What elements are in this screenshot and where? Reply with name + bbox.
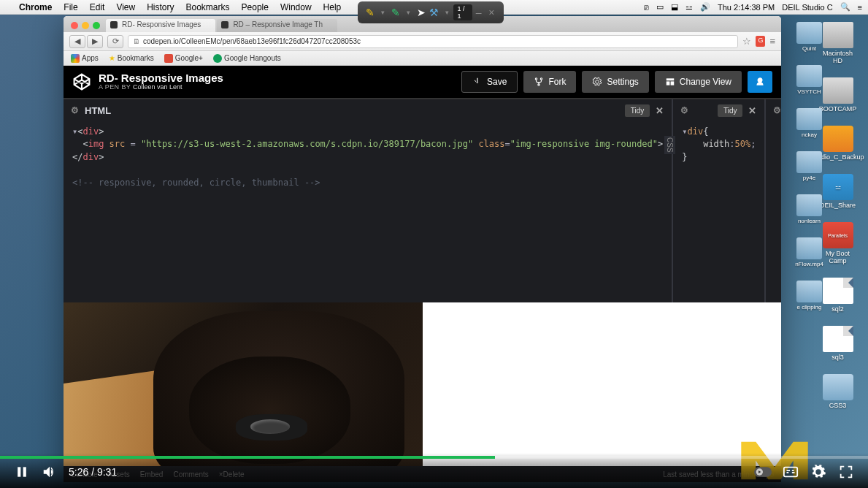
menubar-user[interactable]: DEIL Studio C [782,3,832,12]
browser-tab[interactable]: RD – Responsive Image Th [217,19,337,32]
menubar-volume-icon[interactable]: 🔊 [700,2,710,12]
close-icon[interactable]: ✕ [654,105,664,116]
pen-title: RD- Responsive Images [99,72,223,85]
css-code[interactable]: ▾div{ width:50%; } [673,121,764,302]
browser-tab-active[interactable]: RD- Responsive Images [106,19,215,32]
extension-icon[interactable]: G [756,36,765,47]
video-progress-bar[interactable] [0,456,868,459]
codepen-header: RD- Responsive Images A PEN BY Colleen v… [64,66,781,98]
chevron-down-icon[interactable]: ▾ [441,5,454,20]
bookmark-bar: Apps ★Bookmarks Google+ Google Hangouts [64,51,781,66]
minimize-icon[interactable]: – [472,5,485,20]
pen-byline: A PEN BY Colleen van Lent [99,84,223,91]
desktop-file[interactable]: e clipping [793,281,826,310]
chevron-down-icon[interactable]: ▾ [402,5,415,20]
forward-button[interactable]: ▶ [87,35,103,48]
chrome-window: RD- Responsive Images RD – Responsive Im… [64,16,781,482]
cursor-icon[interactable]: ➤ [415,5,429,20]
tidy-button[interactable]: Tidy [625,104,650,117]
pen-green-icon[interactable]: ✎ [389,5,402,20]
editor-panes: ⚙ HTML Tidy ✕ ▾<div> <img src = "https:/… [64,98,781,302]
captions-button[interactable] [782,463,799,481]
svg-rect-2 [670,81,674,85]
settings-button[interactable]: Settings [582,71,648,93]
js-code[interactable] [766,121,781,302]
chevron-down-icon[interactable]: ▾ [377,5,390,20]
back-button[interactable]: ◀ [69,35,85,48]
bookmark-apps[interactable]: Apps [71,54,99,63]
gear-icon[interactable]: ⚙ [71,105,79,115]
menu-edit[interactable]: Edit [84,2,111,12]
pen-yellow-icon[interactable]: ✎ [364,5,377,20]
tidy-button[interactable]: Tidy [718,104,743,117]
url-field[interactable]: 🗎 codepen.io/ColleenEMc/pen/68aeb13e96f1… [128,35,738,48]
browser-urlbar: ◀ ▶ ⟳ 🗎 codepen.io/ColleenEMc/pen/68aeb1… [64,32,781,51]
star-icon[interactable]: ☆ [742,36,751,47]
pane-label-html: HTML [85,105,625,116]
page-badge: 1 / 1 [453,4,472,20]
annotation-toolbar[interactable]: ✎ ▾ ✎ ▾ ➤ ⚒ ▾ 1 / 1 – × [358,1,504,23]
reload-button[interactable]: ⟳ [107,35,123,48]
video-time: 5:26 / 9:31 [69,466,117,478]
menu-help[interactable]: Help [318,2,347,12]
pen-author[interactable]: Colleen van Lent [133,83,183,91]
menu-view[interactable]: View [110,2,141,12]
desktop-folder-css3[interactable]: CSS3 [818,374,858,409]
close-icon[interactable]: × [485,5,498,20]
fullscreen-button[interactable] [837,463,855,481]
menu-file[interactable]: File [58,2,83,12]
video-settings-button[interactable] [810,463,827,481]
bookmark-item[interactable]: Google Hangouts [213,54,281,63]
menubar-dropbox-icon[interactable]: ⬓ [671,2,678,12]
progress-fill [0,456,495,459]
desktop-folder[interactable]: VSYTCH [793,65,826,95]
desktop-icons-left-peek: Quint VSYTCH nckay py4e nonlearn nFlow.m… [793,22,826,310]
menu-bookmarks[interactable]: Bookmarks [180,2,236,12]
desktop-folder[interactable]: nckay [793,108,826,138]
pause-button[interactable] [13,463,31,481]
menu-people[interactable]: People [236,2,274,12]
svg-rect-1 [667,81,670,85]
codepen-logo-icon[interactable] [72,72,91,91]
html-code[interactable]: ▾<div> <img src = "https://s3-us-west-2.… [64,121,672,302]
change-view-button[interactable]: Change View [655,71,742,93]
lock-icon: 🗎 [133,37,140,45]
desktop-folder[interactable]: py4e [793,151,826,181]
svg-rect-3 [18,467,20,476]
close-icon[interactable]: ✕ [747,105,757,116]
volume-button[interactable] [41,463,58,481]
menubar-app[interactable]: Chrome [13,2,58,12]
fork-button[interactable]: Fork [523,71,576,93]
profile-button[interactable] [748,71,772,93]
gear-icon[interactable]: ⚙ [773,105,781,115]
window-traffic-lights[interactable] [68,22,106,32]
desktop-folder[interactable]: nonlearn [793,194,826,224]
bookmark-item[interactable]: ★Bookmarks [109,54,154,62]
desktop-file-sql3[interactable]: sql3 [818,326,858,361]
menubar-list-icon[interactable]: ≡ [858,3,862,12]
autoplay-toggle[interactable] [754,463,772,481]
menubar-screencast-icon[interactable]: ⎚ [644,3,649,12]
html-pane: ⚙ HTML Tidy ✕ ▾<div> <img src = "https:/… [64,99,673,302]
desktop-file[interactable]: nFlow.mp4 [793,237,826,267]
menu-history[interactable]: History [141,2,180,12]
bookmark-item[interactable]: Google+ [164,54,203,63]
css-pane: ⚙ Tidy ✕ ▾div{ width:50%; } CSS [673,99,766,302]
svg-rect-4 [23,467,26,476]
svg-rect-0 [667,78,675,80]
js-pane: ⚙ JS Tidy ✕ [766,99,781,302]
save-button[interactable]: Save [461,71,518,93]
chrome-menu-icon[interactable]: ≡ [769,36,775,47]
css-vertical-label: CSS [664,136,675,154]
hammer-icon[interactable]: ⚒ [428,5,441,20]
svg-rect-7 [784,468,797,477]
menubar-clock[interactable]: Thu 2:14:38 PM [718,3,775,12]
desktop-folder[interactable]: Quint [793,22,826,52]
menubar-spotlight-icon[interactable]: 🔍 [840,2,850,12]
gear-icon[interactable]: ⚙ [680,105,688,115]
menubar-wifi-icon[interactable]: ⚍ [685,2,693,12]
menubar-display-icon[interactable]: ▭ [656,2,664,12]
menu-window[interactable]: Window [274,2,318,12]
